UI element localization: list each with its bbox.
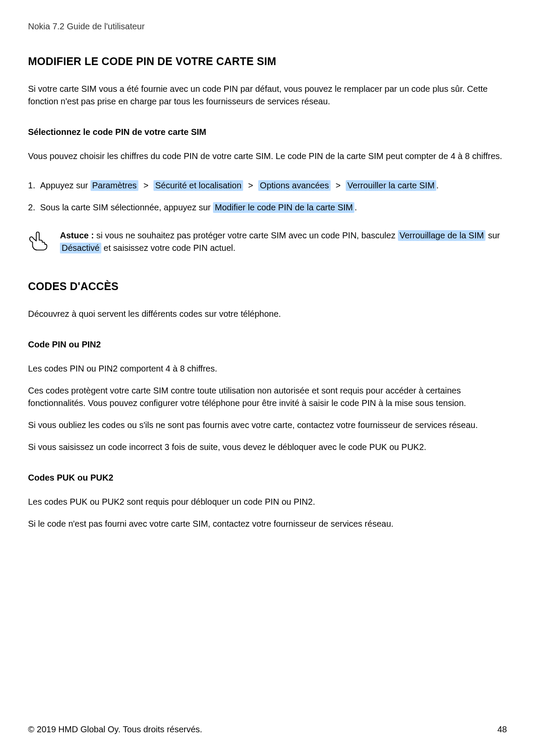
step-1: Appuyez sur Paramètres > Sécurité et loc… (28, 179, 507, 192)
page-footer: © 2019 HMD Global Oy. Tous droits réserv… (28, 725, 507, 734)
hand-point-icon (28, 231, 48, 251)
section-modify-pin-title: MODIFIER LE CODE PIN DE VOTRE CARTE SIM (28, 55, 507, 68)
puk-puk2-p1: Les codes PUK ou PUK2 sont requis pour d… (28, 496, 507, 508)
pill-verrouiller-sim: Verrouiller la carte SIM (346, 180, 436, 191)
pill-parametres: Paramètres (91, 180, 138, 191)
tip-t2: sur (485, 231, 500, 240)
step-2-suffix: . (354, 203, 357, 212)
chevron-icon: > (246, 181, 256, 190)
pill-modifier-code-pin: Modifier le code PIN de la carte SIM (213, 202, 354, 213)
subsection-select-pin-intro: Vous pouvez choisir les chiffres du code… (28, 150, 507, 162)
pill-options-avancees: Options avancées (258, 180, 331, 191)
footer-page-number: 48 (497, 725, 507, 734)
section-modify-pin-intro: Si votre carte SIM vous a été fournie av… (28, 83, 507, 108)
puk-puk2-p2: Si le code n'est pas fourni avec votre c… (28, 518, 507, 530)
pin-pin2-p4: Si vous saisissez un code incorrect 3 fo… (28, 441, 507, 453)
pin-pin2-p2: Ces codes protègent votre carte SIM cont… (28, 384, 507, 409)
subsection-puk-puk2-title: Codes PUK ou PUK2 (28, 473, 507, 483)
step-1-prefix: Appuyez sur (40, 181, 91, 190)
tip-t3: et saisissez votre code PIN actuel. (101, 243, 235, 253)
subsection-pin-pin2-title: Code PIN ou PIN2 (28, 340, 507, 350)
document-header: Nokia 7.2 Guide de l'utilisateur (28, 22, 507, 31)
pill-verrouillage-sim: Verrouillage de la SIM (398, 230, 486, 241)
pill-desactive: Désactivé (60, 243, 101, 253)
step-2: Sous la carte SIM sélectionnée, appuyez … (28, 201, 507, 214)
step-list: Appuyez sur Paramètres > Sécurité et loc… (28, 179, 507, 214)
tip-label: Astuce : (60, 231, 96, 240)
section-access-codes-title: CODES D'ACCÈS (28, 280, 507, 293)
section-access-codes-intro: Découvrez à quoi servent les différents … (28, 308, 507, 320)
subsection-select-pin-title: Sélectionnez le code PIN de votre carte … (28, 127, 507, 137)
tip-text: Astuce : si vous ne souhaitez pas protég… (60, 229, 507, 254)
pin-pin2-p1: Les codes PIN ou PIN2 comportent 4 à 8 c… (28, 362, 507, 375)
footer-copyright: © 2019 HMD Global Oy. Tous droits réserv… (28, 725, 202, 734)
tip-callout: Astuce : si vous ne souhaitez pas protég… (28, 229, 507, 254)
pin-pin2-p3: Si vous oubliez les codes ou s'ils ne so… (28, 419, 507, 431)
chevron-icon: > (141, 181, 151, 190)
tip-t1: si vous ne souhaitez pas protéger votre … (96, 231, 397, 240)
chevron-icon: > (333, 181, 344, 190)
step-1-suffix: . (436, 181, 439, 190)
step-2-prefix: Sous la carte SIM sélectionnée, appuyez … (40, 203, 213, 212)
pill-securite-localisation: Sécurité et localisation (153, 180, 243, 191)
